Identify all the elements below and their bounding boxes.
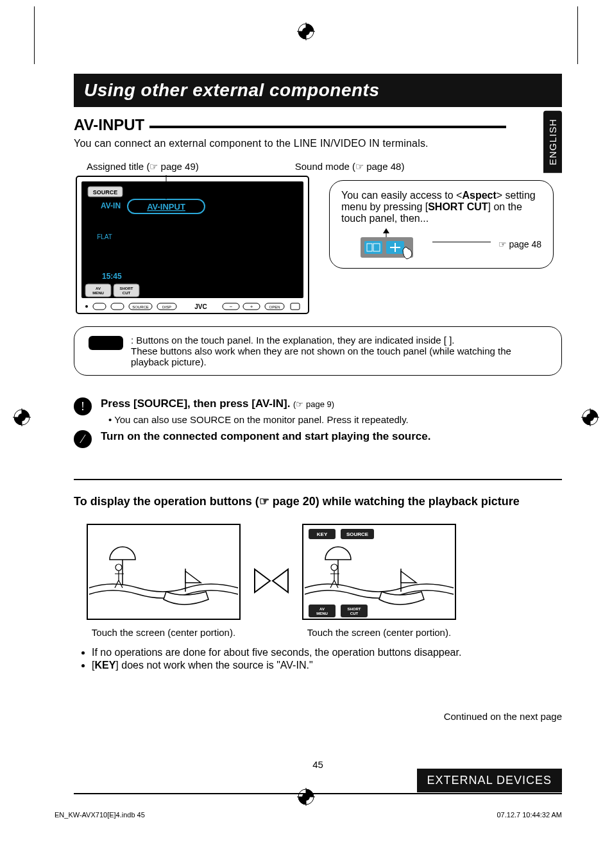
svg-point-58 <box>115 564 122 571</box>
svg-text:MENU: MENU <box>92 291 104 295</box>
device-illustration: SOURCE AV-IN AV-INPUT FLAT 15:45 AV MENU… <box>74 175 311 316</box>
svg-text:MENU: MENU <box>316 612 328 615</box>
svg-text:+: + <box>250 304 253 310</box>
svg-text:SHORT: SHORT <box>120 287 133 290</box>
intro-text: You can connect an external component to… <box>74 138 562 149</box>
step-1-ref: (☞ page 9) <box>293 399 334 409</box>
svg-rect-25 <box>85 284 111 297</box>
svg-text:SHORT: SHORT <box>348 607 361 611</box>
svg-rect-68 <box>309 605 336 617</box>
step-1-sub: • You can also use SOURCE on the monitor… <box>108 414 409 425</box>
subhead-b: ☞ page 20) while watching the playback p… <box>259 495 520 508</box>
registration-mark-icon <box>581 408 599 430</box>
doc-date: 07.12.7 10:44:32 AM <box>497 811 562 819</box>
language-tab: ENGLISH <box>543 111 562 173</box>
legend-line-1: : Buttons on the touch panel. In the exp… <box>131 335 547 346</box>
svg-rect-28 <box>114 284 139 297</box>
svg-point-62 <box>331 564 337 571</box>
subhead-a: To display the operation buttons ( <box>74 495 259 508</box>
svg-rect-56 <box>87 524 240 619</box>
note-2-c: ] does not work when the source is "AV-I… <box>115 660 312 671</box>
legend-line-2: These buttons also work when they are no… <box>131 346 547 367</box>
registration-mark-icon <box>13 408 31 430</box>
swap-arrows-icon <box>252 562 291 600</box>
shortcut-touch-illustration <box>341 228 425 260</box>
registration-mark-icon <box>297 22 315 44</box>
doc-file: EN_KW-AVX710[E]4.indb 45 <box>55 811 145 819</box>
continued-text: Continued on the next page <box>74 711 562 722</box>
svg-text:CUT: CUT <box>123 291 131 295</box>
step-1-text: Press [SOURCE], then press [AV-IN]. <box>101 397 290 410</box>
step-2-badge: ⁄ <box>74 430 92 448</box>
svg-text:DISP: DISP <box>162 305 171 309</box>
screen-caption-2: Touch the screen (center portion). <box>302 627 456 638</box>
aspect-page-ref: ☞ page 48 <box>498 239 542 249</box>
svg-text:AV: AV <box>96 287 101 290</box>
section-heading: AV-INPUT <box>74 116 144 134</box>
playback-screen-buttons: KEY SOURCE AVMENU SHORTCUT <box>302 524 456 620</box>
note-1: If no operations are done for about five… <box>92 647 562 658</box>
svg-marker-47 <box>383 228 389 233</box>
touch-button-legend: : Buttons on the touch panel. In the exp… <box>74 326 562 376</box>
svg-text:SOURCE: SOURCE <box>346 531 369 537</box>
svg-text:−: − <box>230 304 233 310</box>
svg-text:AV: AV <box>319 607 325 611</box>
playback-screen-plain <box>87 524 241 620</box>
page-number: 45 <box>312 759 323 770</box>
callout-assigned-title: Assigned title (☞ page 49) <box>87 161 199 172</box>
svg-text:CUT: CUT <box>350 612 359 615</box>
section-rule <box>149 126 506 128</box>
svg-point-32 <box>85 305 88 308</box>
step-2-text: Turn on the connected component and star… <box>101 430 430 442</box>
divider <box>74 479 562 480</box>
svg-text:KEY: KEY <box>317 531 328 537</box>
svg-text:JVC: JVC <box>194 303 207 310</box>
registration-mark-icon <box>297 788 315 809</box>
svg-text:SOURCE: SOURCE <box>132 305 149 309</box>
svg-text:FLAT: FLAT <box>97 233 112 240</box>
note-2: [KEY] does not work when the source is "… <box>92 660 562 671</box>
note-2-key: KEY <box>94 660 115 671</box>
legend-chip-icon <box>89 336 123 350</box>
svg-text:SOURCE: SOURCE <box>93 189 118 196</box>
svg-text:AV-IN: AV-IN <box>101 201 121 210</box>
shortcut-keyword: SHORT CUT <box>428 201 488 212</box>
aspect-shortcut-callout: You can easily access to <Aspect> settin… <box>329 180 554 269</box>
svg-text:AV-INPUT: AV-INPUT <box>147 202 185 212</box>
callout-sound-mode: Sound mode (☞ page 48) <box>295 161 405 172</box>
screen-caption-1: Touch the screen (center portion). <box>87 627 241 638</box>
page-title-bar: Using other external components <box>74 74 562 107</box>
svg-text:OPEN: OPEN <box>269 305 280 309</box>
aspect-keyword: Aspect <box>462 190 496 201</box>
svg-rect-71 <box>341 605 368 617</box>
step-1-badge: ! <box>74 397 92 415</box>
aspect-text: You can easily access to < <box>341 190 462 201</box>
footer-category: EXTERNAL DEVICES <box>417 769 562 792</box>
svg-text:15:45: 15:45 <box>102 272 122 281</box>
footer-rule <box>74 793 562 794</box>
